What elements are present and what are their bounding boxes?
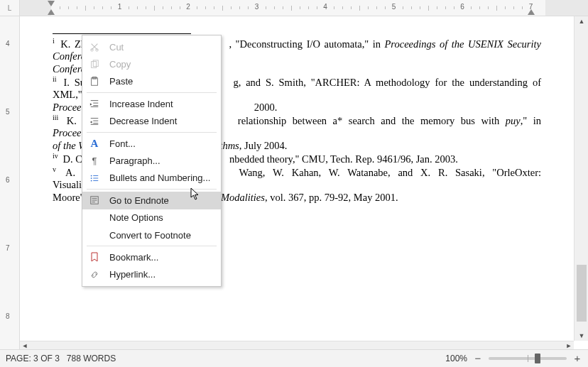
vruler-label: 5 (6, 108, 10, 116)
context-menu: Cut Copy Paste Increase Indent Decrease … (82, 35, 222, 287)
menu-bullets[interactable]: Bullets and Numbering... (82, 170, 221, 187)
menu-hyperlink[interactable]: Hyperlink... (82, 266, 221, 283)
zoom-out-button[interactable]: − (473, 354, 483, 363)
menu-cut-label: Cut (109, 42, 124, 53)
copy-icon (87, 58, 102, 71)
menu-separator (87, 246, 217, 246)
menu-paste-label: Paste (109, 76, 133, 87)
menu-note-options[interactable]: Note Options (82, 209, 221, 226)
menu-increase-indent-label: Increase Indent (109, 99, 173, 109)
ruler-label: 3 (255, 3, 259, 11)
menu-font-label: Font... (109, 138, 136, 149)
svg-rect-5 (92, 77, 96, 79)
vruler-label: 8 (6, 312, 10, 320)
menu-note-options-label: Note Options (109, 212, 163, 223)
menu-separator (87, 132, 217, 133)
zoom-in-button[interactable]: + (572, 354, 582, 363)
increase-indent-icon (87, 97, 102, 110)
menu-cut: Cut (82, 38, 221, 55)
hanging-indent-marker[interactable] (48, 9, 55, 15)
ruler-label: 5 (392, 3, 396, 11)
paragraph-icon: ¶ (87, 155, 102, 168)
ruler-label: 1 (118, 3, 122, 11)
vruler-label: 7 (6, 244, 10, 252)
menu-copy-label: Copy (109, 59, 131, 70)
menu-go-to-endnote-label: Go to Endnote (109, 195, 169, 206)
menu-hyperlink-label: Hyperlink... (109, 269, 156, 280)
horizontal-scrollbar[interactable]: ◄ ► (20, 341, 574, 349)
menu-convert-footnote-label: Convert to Footnote (109, 230, 191, 241)
status-page[interactable]: PAGE: 3 OF 3 (6, 354, 60, 363)
menu-separator (87, 189, 217, 190)
blank-icon (87, 212, 102, 224)
ruler-label: 4 (323, 3, 327, 11)
ruler-label: 2 (186, 3, 190, 11)
vertical-scrollbar[interactable]: ▲ ▼ (574, 16, 588, 341)
menu-paragraph[interactable]: ¶ Paragraph... (82, 152, 221, 169)
vruler-label: 6 (6, 176, 10, 184)
svg-point-8 (91, 180, 92, 182)
vruler-label: 4 (6, 40, 10, 48)
horizontal-scroll-track[interactable] (30, 341, 564, 350)
first-line-indent-marker[interactable] (48, 1, 55, 6)
zoom-slider-thumb[interactable] (535, 354, 540, 363)
decrease-indent-icon (87, 115, 102, 128)
ruler-label: 7 (529, 3, 533, 11)
bullets-icon (87, 172, 102, 185)
menu-bullets-label: Bullets and Numbering... (109, 172, 210, 183)
status-words[interactable]: 788 WORDS (67, 354, 116, 363)
svg-point-7 (91, 177, 92, 179)
menu-decrease-indent-label: Decrease Indent (109, 116, 177, 126)
zoom-slider[interactable] (489, 357, 567, 360)
font-icon: A (87, 137, 102, 150)
menu-paste[interactable]: Paste (82, 73, 221, 90)
paste-icon (87, 75, 102, 88)
menu-bookmark-label: Bookmark... (109, 252, 158, 263)
scroll-up-button[interactable]: ▲ (575, 16, 588, 26)
menu-bookmark[interactable]: Bookmark... (82, 248, 221, 265)
vertical-scroll-thumb[interactable] (577, 265, 587, 322)
endnote-separator (53, 33, 191, 34)
blank-icon (87, 229, 102, 241)
menu-font[interactable]: A Font... (82, 135, 221, 152)
menu-paragraph-label: Paragraph... (109, 155, 160, 166)
menu-separator (87, 92, 217, 93)
go-to-endnote-icon (87, 194, 102, 207)
link-icon (87, 268, 102, 281)
scroll-down-button[interactable]: ▼ (575, 331, 588, 341)
menu-copy: Copy (82, 55, 221, 72)
scroll-right-button[interactable]: ► (564, 341, 574, 350)
zoom-percent[interactable]: 100% (445, 354, 467, 363)
scroll-left-button[interactable]: ◄ (20, 341, 30, 350)
horizontal-ruler: L 1234567 (0, 0, 588, 16)
bookmark-icon (87, 251, 102, 263)
ruler-label: 6 (460, 3, 464, 11)
menu-convert-footnote[interactable]: Convert to Footnote (82, 226, 221, 243)
ruler-track[interactable]: 1234567 (20, 0, 588, 16)
vertical-ruler: 45678 (0, 16, 20, 349)
ruler-corner-icon: L (0, 0, 20, 16)
menu-go-to-endnote[interactable]: Go to Endnote (82, 192, 221, 209)
status-bar: PAGE: 3 OF 3 788 WORDS 100% − + (0, 349, 588, 367)
menu-increase-indent[interactable]: Increase Indent (82, 95, 221, 112)
svg-point-6 (91, 175, 92, 177)
cut-icon (87, 40, 102, 53)
menu-decrease-indent[interactable]: Decrease Indent (82, 113, 221, 130)
